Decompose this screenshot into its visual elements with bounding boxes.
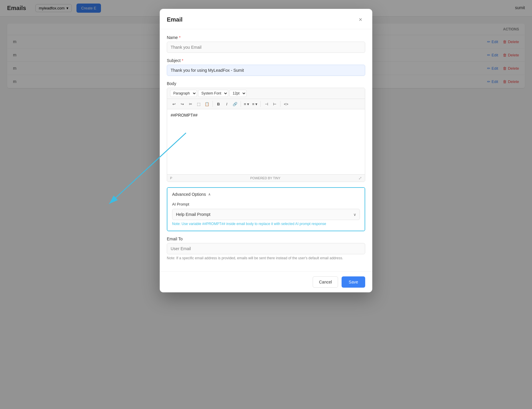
toolbar-divider (280, 101, 280, 107)
size-select[interactable]: 12pt (229, 90, 247, 97)
bullet-list-button[interactable]: ≡ ▾ (243, 100, 250, 108)
body-form-group: Body Paragraph System Font 12pt ↩ (167, 81, 365, 182)
cancel-button[interactable]: Cancel (313, 276, 338, 288)
subject-form-group: Subject * (167, 58, 365, 76)
powered-by-label: POWERED BY TINY (250, 176, 280, 180)
toolbar-divider (241, 101, 241, 107)
modal-title: Email (167, 16, 182, 23)
outdent-button[interactable]: ⊣ (262, 100, 270, 108)
chevron-up-icon: ∧ (208, 192, 211, 196)
required-star: * (179, 35, 180, 40)
email-to-label: Email To (167, 237, 365, 241)
code-button[interactable]: <> (282, 100, 290, 108)
ai-prompt-select-wrapper: Help Email Prompt (172, 209, 360, 220)
required-star: * (182, 58, 183, 63)
editor-wrapper: Paragraph System Font 12pt ↩ ↪ ✂ ⬚ 📋 (167, 88, 365, 182)
name-form-group: Name * (167, 35, 365, 53)
modal-body: Name * Subject * Body Paragraph Syste (160, 29, 372, 271)
editor-toolbar-row1: Paragraph System Font 12pt (167, 88, 365, 99)
font-select[interactable]: System Font (198, 90, 228, 97)
bold-button[interactable]: B (215, 100, 222, 108)
body-label: Body (167, 81, 365, 86)
email-to-note: Note: If a specific email address is pro… (167, 256, 365, 260)
subject-label: Subject * (167, 58, 365, 63)
modal-footer: Cancel Save (160, 271, 372, 292)
editor-content[interactable]: ##PROMPT## (167, 109, 365, 174)
resize-handle[interactable]: ⤢ (358, 176, 362, 180)
email-to-input[interactable] (167, 243, 365, 254)
advanced-options-header[interactable]: Advanced Options ∧ (167, 188, 365, 201)
editor-element-indicator: P (170, 176, 172, 180)
email-modal: Email × Name * Subject * Body Parag (160, 9, 372, 292)
ai-prompt-select[interactable]: Help Email Prompt (172, 209, 360, 220)
close-button[interactable]: × (356, 15, 365, 24)
toolbar-divider (213, 101, 213, 107)
advanced-options-label: Advanced Options (172, 192, 206, 197)
italic-button[interactable]: I (223, 100, 231, 108)
editor-body-text: ##PROMPT## (171, 113, 198, 118)
modal-header: Email × (160, 9, 372, 29)
save-button[interactable]: Save (342, 276, 365, 288)
editor-toolbar-row2: ↩ ↪ ✂ ⬚ 📋 B I 🔗 ≡ ▾ ≡ ▾ ⊣ ⊢ <> (167, 99, 365, 109)
subject-input[interactable] (167, 65, 365, 76)
undo-button[interactable]: ↩ (170, 100, 178, 108)
toolbar-divider (260, 101, 261, 107)
copy-button[interactable]: ⬚ (195, 100, 203, 108)
name-input[interactable] (167, 42, 365, 53)
ai-prompt-label: AI Prompt (172, 202, 360, 206)
email-to-section: Email To Note: If a specific email addre… (167, 237, 365, 260)
cut-button[interactable]: ✂ (187, 100, 194, 108)
name-label: Name * (167, 35, 365, 40)
paragraph-select[interactable]: Paragraph (170, 90, 197, 97)
advanced-options-section: Advanced Options ∧ AI Prompt Help Email … (167, 187, 365, 231)
paste-button[interactable]: 📋 (203, 100, 211, 108)
indent-button[interactable]: ⊢ (271, 100, 278, 108)
advanced-options-body: AI Prompt Help Email Prompt Note: Use va… (167, 201, 365, 231)
ai-prompt-note: Note: Use variable ##PROMPT## inside ema… (172, 222, 360, 226)
redo-button[interactable]: ↪ (178, 100, 186, 108)
editor-footer: P POWERED BY TINY ⤢ (167, 174, 365, 182)
link-button[interactable]: 🔗 (231, 100, 239, 108)
numbered-list-button[interactable]: ≡ ▾ (251, 100, 259, 108)
